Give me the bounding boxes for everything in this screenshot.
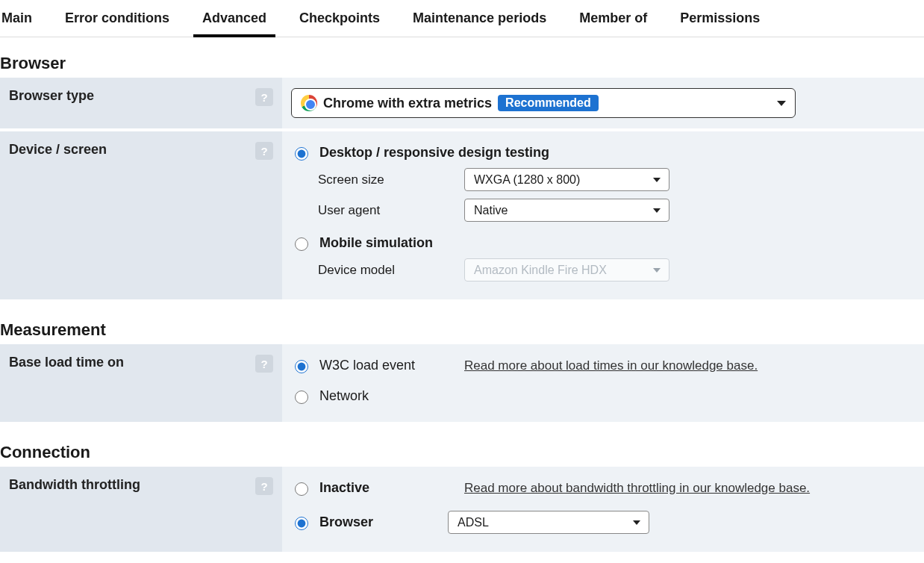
tab-permissions[interactable]: Permissions	[678, 3, 761, 37]
browser-type-dropdown[interactable]: Chrome with extra metrics Recommended	[291, 88, 796, 118]
radio-browser-label: Browser	[319, 514, 439, 530]
load-times-link[interactable]: Read more about load times in our knowle…	[464, 358, 758, 373]
label-bandwidth-throttling: Bandwidth throttling ?	[0, 467, 282, 552]
device-model-label: Device model	[318, 263, 464, 278]
radio-inactive-label: Inactive	[319, 480, 439, 496]
user-agent-select[interactable]: Native	[464, 199, 669, 222]
radio-w3c[interactable]	[295, 360, 308, 373]
label-browser-type: Browser type ?	[0, 78, 282, 128]
screen-size-label: Screen size	[318, 172, 464, 187]
radio-inactive[interactable]	[295, 482, 308, 496]
radio-desktop[interactable]	[295, 147, 308, 161]
label-device-screen-text: Device / screen	[9, 142, 107, 158]
label-bandwidth-text: Bandwidth throttling	[9, 477, 140, 493]
help-icon[interactable]: ?	[255, 477, 273, 495]
chevron-down-icon	[777, 101, 786, 106]
radio-browser[interactable]	[295, 517, 308, 530]
label-base-load-time: Base load time on ?	[0, 344, 282, 422]
user-agent-label: User agent	[318, 203, 464, 218]
section-title-browser: Browser	[0, 54, 924, 73]
radio-network-label: Network	[319, 388, 369, 404]
tab-advanced[interactable]: Advanced	[201, 3, 268, 37]
bandwidth-select[interactable]: ADSL	[448, 511, 649, 534]
section-title-measurement: Measurement	[0, 320, 924, 340]
radio-mobile-label: Mobile simulation	[319, 235, 433, 251]
tab-error-conditions[interactable]: Error conditions	[63, 3, 171, 37]
screen-size-select[interactable]: WXGA (1280 x 800)	[464, 168, 669, 191]
label-browser-type-text: Browser type	[9, 88, 94, 104]
tab-member-of[interactable]: Member of	[578, 3, 649, 37]
label-base-load-time-text: Base load time on	[9, 355, 124, 370]
radio-desktop-label: Desktop / responsive design testing	[319, 145, 549, 161]
radio-network[interactable]	[295, 391, 308, 404]
device-model-select: Amazon Kindle Fire HDX	[464, 258, 669, 282]
radio-mobile[interactable]	[295, 237, 308, 251]
tab-main[interactable]: Main	[0, 3, 34, 37]
help-icon[interactable]: ?	[255, 355, 273, 373]
recommended-badge: Recommended	[498, 95, 599, 111]
bandwidth-link[interactable]: Read more about bandwidth throttling in …	[464, 481, 810, 496]
label-device-screen: Device / screen ?	[0, 131, 282, 299]
tab-checkpoints[interactable]: Checkpoints	[298, 3, 381, 37]
chrome-icon	[301, 95, 317, 111]
radio-w3c-label: W3C load event	[319, 358, 439, 373]
help-icon[interactable]: ?	[255, 88, 273, 106]
help-icon[interactable]: ?	[255, 142, 273, 160]
browser-type-text: Chrome with extra metrics	[323, 96, 492, 111]
tabs-bar: Main Error conditions Advanced Checkpoin…	[0, 0, 924, 37]
section-title-connection: Connection	[0, 443, 924, 462]
tab-maintenance-periods[interactable]: Maintenance periods	[411, 3, 548, 37]
